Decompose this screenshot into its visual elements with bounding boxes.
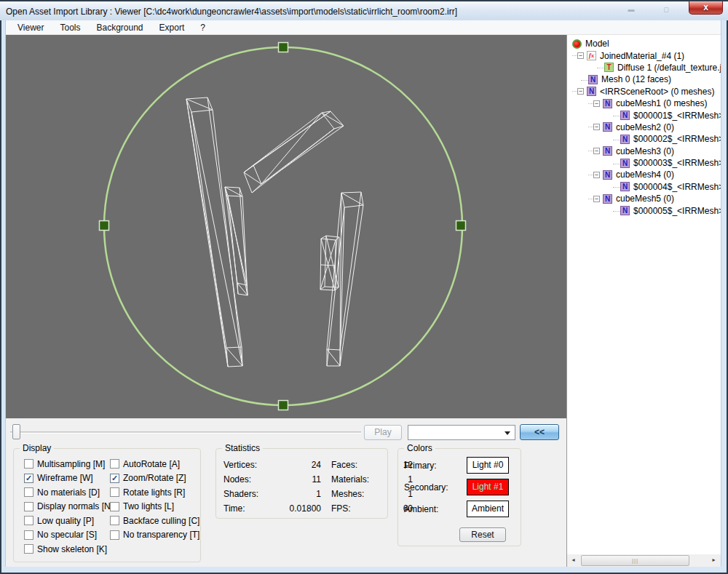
node-icon: N bbox=[620, 182, 630, 191]
settings-panel: Display Multisampling [M]✓Wireframe [W]N… bbox=[6, 442, 566, 567]
tree-item-mesh-0-12-faces[interactable]: NMesh 0 (12 faces) bbox=[567, 73, 721, 85]
checkbox-display-normals-n[interactable]: Display normals [N] bbox=[24, 502, 113, 511]
checkbox-box[interactable] bbox=[110, 516, 119, 525]
tree-expander-icon[interactable]: − bbox=[593, 148, 600, 154]
checkbox-label: Backface culling [C] bbox=[123, 516, 199, 526]
timeline-slider-thumb[interactable] bbox=[12, 424, 20, 439]
node-icon: N bbox=[603, 146, 612, 156]
color-button-light-1[interactable]: Light #1 bbox=[467, 479, 509, 495]
tree-item-label: JoinedMaterial_#4 (1) bbox=[600, 51, 684, 61]
node-icon: N bbox=[620, 159, 630, 168]
node-icon: N bbox=[603, 170, 612, 180]
tree-item-000001-irrmesh-1-m[interactable]: N$000001$_<IRRMesh> (1 m bbox=[567, 109, 721, 121]
animation-combo-box[interactable] bbox=[408, 425, 515, 440]
trackball-handle-top[interactable] bbox=[279, 43, 288, 52]
minimize-icon: ▬ bbox=[620, 4, 642, 15]
checkbox-multisampling-m[interactable]: Multisampling [M] bbox=[24, 459, 113, 469]
play-button[interactable]: Play bbox=[364, 425, 402, 440]
tree-item-label: $000004$_<IRRMesh> (1 m bbox=[633, 182, 721, 192]
tree-expander-icon[interactable]: − bbox=[593, 172, 600, 178]
node-icon: N bbox=[620, 135, 630, 144]
maximize-icon: ◻ bbox=[655, 4, 677, 15]
checkbox-no-specular-s[interactable]: No specular [S] bbox=[24, 530, 113, 540]
wireframe-mesh-2 bbox=[225, 187, 248, 295]
tree-expander-icon[interactable]: − bbox=[593, 124, 600, 130]
tree-expander-icon[interactable]: − bbox=[593, 196, 600, 202]
tree-item-diffuse-1-default-textur[interactable]: TDiffuse 1 (/default_texture.jpg) bbox=[567, 62, 721, 73]
menu-item-viewer[interactable]: Viewer bbox=[9, 21, 52, 34]
color-button-light-0[interactable]: Light #0 bbox=[467, 457, 509, 474]
close-button[interactable]: x bbox=[689, 1, 723, 15]
checkbox-box[interactable] bbox=[110, 459, 119, 469]
checkbox-box[interactable] bbox=[24, 516, 33, 525]
checkbox-box[interactable] bbox=[24, 459, 33, 469]
tree-item-joinedmaterial-4-1[interactable]: −fxJoinedMaterial_#4 (1) bbox=[567, 49, 721, 61]
checkbox-backface-culling-c[interactable]: Backface culling [C] bbox=[110, 516, 199, 525]
wireframe-mesh-3 bbox=[244, 111, 344, 193]
tree-item-label: $000001$_<IRRMesh> (1 m bbox=[633, 111, 721, 121]
trackball-circle[interactable] bbox=[104, 47, 462, 405]
tree-expander-icon[interactable]: − bbox=[577, 52, 584, 59]
menu-item-background[interactable]: Background bbox=[88, 21, 151, 34]
checkbox-box[interactable] bbox=[110, 487, 119, 497]
tree-item-000005-irrmesh-1-m[interactable]: N$000005$_<IRRMesh> (1 m bbox=[567, 204, 721, 216]
title-bar: Open Asset Import Library : Viewer [C:\d… bbox=[0, 0, 728, 20]
trackball-handle-left[interactable] bbox=[100, 221, 109, 231]
tree-expander-icon[interactable]: − bbox=[577, 88, 584, 95]
maximize-button[interactable]: ◻ bbox=[655, 4, 677, 15]
checkbox-box[interactable]: ✓ bbox=[110, 474, 119, 483]
tree-item-cubemesh4-0[interactable]: −NcubeMesh4 (0) bbox=[567, 169, 721, 180]
tree-item-cubemesh1-0-meshes[interactable]: −NcubeMesh1 (0 meshes) bbox=[567, 97, 721, 109]
tree-item-000004-irrmesh-1-m[interactable]: N$000004$_<IRRMesh> (1 m bbox=[567, 181, 721, 193]
checkbox-label: Wireframe [W] bbox=[37, 473, 93, 483]
checkbox-wireframe-w[interactable]: ✓Wireframe [W] bbox=[24, 474, 113, 483]
checkbox-box[interactable] bbox=[24, 487, 33, 497]
checkbox-box[interactable]: ✓ bbox=[24, 474, 33, 483]
checkbox-box[interactable] bbox=[24, 530, 33, 540]
checkbox-box[interactable] bbox=[110, 502, 119, 511]
checkbox-no-transparency-t[interactable]: No transparency [T] bbox=[110, 530, 199, 540]
timeline-slider-track[interactable] bbox=[10, 431, 361, 434]
checkbox-low-quality-p[interactable]: Low quality [P] bbox=[24, 516, 113, 525]
checkbox-zoom-rotate-z[interactable]: ✓Zoom/Rotate [Z] bbox=[110, 474, 199, 483]
checkbox-autorotate-a[interactable]: AutoRotate [A] bbox=[110, 459, 199, 469]
checkbox-box[interactable] bbox=[24, 544, 33, 554]
trackball-handle-bottom[interactable] bbox=[279, 401, 288, 410]
app-window: Open Asset Import Library : Viewer [C:\d… bbox=[0, 0, 728, 574]
menu-item-help[interactable]: ? bbox=[192, 21, 213, 34]
scrollbar-thumb[interactable]: ||| bbox=[581, 555, 689, 566]
window-title: Open Asset Import Library : Viewer [C:\d… bbox=[6, 7, 457, 17]
tree-item-000002-irrmesh-1-m[interactable]: N$000002$_<IRRMesh> (1 m bbox=[567, 133, 721, 145]
menu-item-export[interactable]: Export bbox=[151, 21, 193, 34]
fx-icon: fx bbox=[587, 51, 596, 60]
tree-item-irrsceneroot-0-meshes[interactable]: −N<IRRSceneRoot> (0 meshes) bbox=[567, 86, 721, 97]
tree-expander-icon[interactable]: − bbox=[593, 100, 600, 107]
minimize-button[interactable]: ▬ bbox=[620, 4, 642, 15]
scroll-left-icon[interactable]: ◂ bbox=[567, 554, 579, 567]
scroll-right-icon[interactable]: ▸ bbox=[708, 554, 720, 567]
checkbox-two-lights-l[interactable]: Two lights [L] bbox=[110, 502, 199, 511]
checkbox-box[interactable] bbox=[110, 530, 119, 540]
checkbox-no-materials-d[interactable]: No materials [D] bbox=[24, 487, 113, 497]
checkbox-label: Rotate lights [R] bbox=[123, 487, 185, 498]
tree-horizontal-scrollbar[interactable]: ◂ ||| ▸ bbox=[566, 554, 721, 567]
checkbox-rotate-lights-r[interactable]: Rotate lights [R] bbox=[110, 487, 199, 497]
trackball-handle-right[interactable] bbox=[456, 221, 466, 231]
menu-item-tools[interactable]: Tools bbox=[52, 21, 88, 34]
checkbox-box[interactable] bbox=[24, 502, 33, 511]
color-button-ambient[interactable]: Ambient bbox=[467, 501, 509, 517]
checkbox-label: Display normals [N] bbox=[37, 501, 113, 511]
viewport-3d[interactable] bbox=[6, 35, 566, 418]
tree-item-label: Model bbox=[585, 39, 609, 49]
tree-item-cubemesh3-0[interactable]: −NcubeMesh3 (0) bbox=[567, 146, 721, 157]
node-icon: N bbox=[587, 87, 596, 96]
checkbox-label: No transparency [T] bbox=[123, 530, 199, 540]
tree-item-model[interactable]: Model bbox=[567, 38, 721, 49]
menu-bar: ViewerToolsBackgroundExport? bbox=[6, 20, 721, 35]
collapse-panel-button[interactable]: << bbox=[520, 424, 559, 440]
checkbox-show-skeleton-k[interactable]: Show skeleton [K] bbox=[24, 544, 113, 554]
tree-item-000003-irrmesh-1-m[interactable]: N$000003$_<IRRMesh> (1 m bbox=[567, 157, 721, 169]
reset-colors-button[interactable]: Reset bbox=[459, 527, 506, 542]
tree-item-cubemesh2-0[interactable]: −NcubeMesh2 (0) bbox=[567, 121, 721, 133]
tree-item-cubemesh5-0[interactable]: −NcubeMesh5 (0) bbox=[567, 193, 721, 204]
